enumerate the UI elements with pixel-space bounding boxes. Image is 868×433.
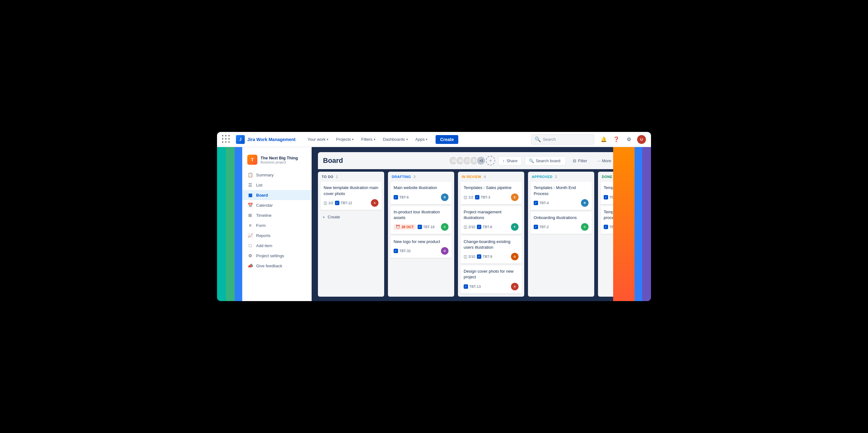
card-badges: ✓ TBT-13 — [464, 284, 481, 289]
sidebar-item-reports[interactable]: 📈 Reports — [242, 230, 312, 240]
card-avatar: C — [441, 223, 448, 231]
card-title: Templates - Website design process — [604, 209, 626, 221]
settings-icon[interactable]: ⚙ — [624, 135, 633, 144]
nav-your-work[interactable]: Your work ▾ — [304, 135, 332, 144]
green-bar — [226, 147, 235, 301]
card-avatar: A — [511, 283, 519, 290]
card-avatar: C — [581, 223, 589, 231]
check-icon: ✓ — [335, 201, 339, 205]
card-tbt-1[interactable]: Templates - Asset creation ✓ TBT-1 D — [600, 182, 626, 204]
check-icon: ✓ — [477, 225, 481, 229]
blue-bar — [235, 147, 242, 301]
nav-apps[interactable]: Apps ▾ — [412, 135, 431, 144]
card-tbt-3-review[interactable]: Templates - Sales pipeline ◫ 1/2 ✓ — [461, 182, 522, 204]
project-settings-icon: ⚙ — [247, 253, 253, 258]
column-todo-cards: New template illustration main cover pho… — [318, 182, 384, 296]
subtask-badge: ◫ 1/2 — [464, 195, 473, 199]
check-icon: ✓ — [394, 249, 398, 253]
column-inreview-cards: Templates - Sales pipeline ◫ 1/2 ✓ — [458, 182, 524, 296]
timeline-icon: ⊞ — [247, 213, 253, 218]
filter-button[interactable]: ⊟ Filter — [569, 156, 591, 165]
card-title: New logo for new product — [394, 239, 448, 244]
card-meta: ✓ TBT-32 D — [394, 247, 448, 255]
board-members: A B C D +3 + — [448, 156, 495, 165]
sidebar-item-add-item[interactable]: □ Add item — [242, 240, 312, 251]
card-badges: ✓ TBT-6 — [394, 195, 409, 199]
board-actions: A B C D +3 + ↑ Share 🔍 Search board — [448, 156, 614, 165]
column-drafting-header: DRAFTING 3 — [388, 172, 454, 182]
card-meta: ◫ 1/2 ✓ TBT-12 A — [323, 199, 378, 207]
subtask-icon: ◫ — [464, 254, 467, 259]
nav-projects[interactable]: Projects ▾ — [333, 135, 357, 144]
column-inreview: IN REVIEW 4 Templates - Sales pipeline ◫… — [458, 172, 524, 296]
card-tbt-12[interactable]: New template illustration main cover pho… — [320, 182, 382, 209]
more-button[interactable]: ··· More — [594, 156, 614, 165]
sidebar-item-summary[interactable]: 📋 Summary — [242, 170, 312, 180]
global-search[interactable]: 🔍 Search — [531, 134, 594, 145]
orange-bar — [626, 147, 634, 301]
create-card-button[interactable]: ＋ Create — [320, 212, 382, 223]
card-tbt-2[interactable]: Onboarding illustrations ✓ TBT-2 C — [530, 212, 592, 234]
user-avatar[interactable]: U — [637, 135, 646, 144]
create-button[interactable]: Create — [436, 135, 458, 144]
card-title: Project management illustrations — [464, 209, 519, 221]
board-columns: TO DO 1 New template illustration main c… — [318, 172, 619, 296]
check-icon: ✓ — [534, 225, 538, 229]
card-badges: ◫ 2/10 ✓ TBT-9 — [464, 254, 492, 259]
sidebar-item-list[interactable]: ☰ List — [242, 180, 312, 190]
top-nav-links: Your work ▾ Projects ▾ Filters ▾ Dashboa… — [304, 135, 431, 144]
notifications-icon[interactable]: 🔔 — [599, 135, 608, 144]
sidebar-item-timeline[interactable]: ⊞ Timeline — [242, 210, 312, 220]
check-icon: ✓ — [604, 225, 608, 229]
card-tbt-13[interactable]: Design cover photo for new project ✓ TBT… — [461, 265, 522, 293]
card-badges: ✓ TBT-4 — [534, 201, 549, 205]
add-member-button[interactable]: + — [486, 156, 495, 165]
nav-dashboards[interactable]: Dashboards ▾ — [380, 135, 411, 144]
card-avatar: F — [511, 223, 519, 231]
sidebar-item-form[interactable]: ≡ Form — [242, 220, 312, 230]
chevron-down-icon: ▾ — [406, 138, 408, 141]
plus-icon: ＋ — [322, 214, 326, 220]
jira-logo-icon: J — [236, 135, 245, 144]
share-button[interactable]: ↑ Share — [498, 156, 521, 165]
sidebar-item-calendar[interactable]: 📅 Calendar — [242, 200, 312, 210]
badge-id: ✓ TBT-32 — [394, 249, 411, 253]
main-container: T The Next Big Thing Business project 📋 … — [217, 147, 651, 301]
card-title: Design cover photo for new project — [464, 268, 519, 280]
card-tbt-4[interactable]: Templates - Month End Process ✓ TBT-4 B — [530, 182, 592, 209]
column-approved-cards: Templates - Month End Process ✓ TBT-4 B — [528, 182, 594, 296]
logo[interactable]: J Jira Work Management — [236, 135, 296, 144]
board-header: Board A B C D +3 + ↑ Share � — [318, 152, 619, 169]
help-icon[interactable]: ❓ — [612, 135, 621, 144]
sidebar-item-project-settings[interactable]: ⚙ Project settings — [242, 251, 312, 261]
right-decoration — [626, 147, 651, 301]
search-board-input[interactable]: 🔍 Search board — [525, 156, 566, 165]
card-title: New template illustration main cover pho… — [323, 185, 378, 196]
share-icon: ↑ — [502, 158, 505, 163]
app-switcher-icon[interactable] — [222, 135, 231, 144]
subtask-icon: ◫ — [464, 195, 467, 199]
badge-id: ✓ TBT-2 — [534, 225, 549, 229]
subtask-icon: ◫ — [323, 201, 327, 205]
card-meta: ✓ TBT-3 E — [604, 223, 626, 231]
sidebar-item-board[interactable]: ▦ Board — [242, 190, 312, 200]
chevron-down-icon: ▾ — [327, 138, 328, 141]
card-tbt-9[interactable]: Change-boarding existing users illustrat… — [461, 236, 522, 263]
filter-icon: ⊟ — [573, 158, 576, 163]
card-tbt-18[interactable]: In-product tour illustration assets ⏰ 28… — [391, 206, 452, 234]
card-tbt-6[interactable]: Main website illustration ✓ TBT-6 B — [391, 182, 452, 204]
check-icon: ✓ — [534, 201, 538, 205]
column-approved: APPROVED 2 Templates - Month End Process… — [528, 172, 594, 296]
card-title: Templates - Sales pipeline — [464, 185, 519, 191]
card-title: Main website illustration — [394, 185, 448, 191]
nav-filters[interactable]: Filters ▾ — [358, 135, 378, 144]
card-badges: ◫ 1/2 ✓ TBT-12 — [323, 201, 352, 205]
project-icon: T — [247, 155, 257, 165]
card-tbt-8[interactable]: Project management illustrations ◫ 2/10 … — [461, 206, 522, 234]
sidebar-item-give-feedback[interactable]: 📣 Give feedback — [242, 261, 312, 271]
card-tbt-3-done[interactable]: Templates - Website design process ✓ TBT… — [600, 206, 626, 234]
check-icon: ✓ — [604, 195, 608, 199]
chevron-down-icon: ▾ — [374, 138, 375, 141]
card-avatar: E — [511, 194, 519, 201]
card-tbt-32[interactable]: New logo for new product ✓ TBT-32 D — [391, 236, 452, 258]
